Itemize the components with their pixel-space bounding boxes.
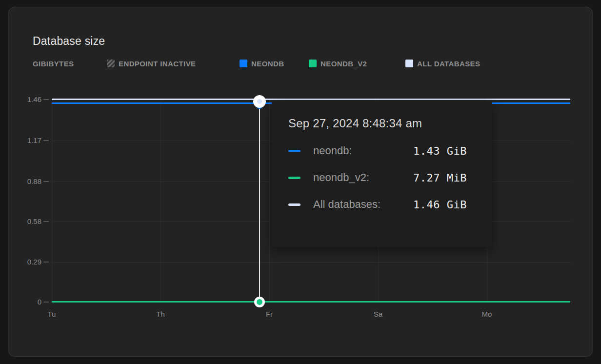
tooltip-row-value: 7.27 MiB [413, 172, 467, 184]
legend-label: NEONDB [251, 60, 284, 68]
y-tick-mark [43, 302, 49, 303]
neondb-v2-dash-icon [288, 177, 300, 179]
crosshair-line [259, 101, 260, 303]
unit-label: GIBIBYTES [33, 59, 74, 68]
series-line-all-databases[interactable] [52, 99, 570, 100]
x-tick-label: Tu [37, 310, 66, 318]
y-tick-mark [43, 181, 49, 182]
tooltip-row-value: 1.43 GiB [413, 145, 467, 157]
tooltip-row-all-databases: All databases: 1.46 GiB [288, 198, 477, 211]
y-tick-mark [43, 221, 49, 222]
tooltip-row-label: neondb_v2: [313, 171, 413, 184]
tooltip-row-neondb-v2: neondb_v2: 7.27 MiB [288, 171, 477, 184]
y-tick-mark [43, 262, 49, 263]
tooltip-row-value: 1.46 GiB [413, 199, 467, 211]
tooltip-row-neondb: neondb: 1.43 GiB [288, 144, 477, 158]
legend-label: NEONDB_V2 [321, 60, 367, 68]
x-tick-label: Sa [363, 310, 393, 318]
all-databases-dash-icon [288, 203, 300, 206]
legend-label: ENDPOINT INACTIVE [119, 60, 196, 68]
neondb-v2-swatch-icon [309, 60, 317, 67]
y-tick-label: 0.29 [8, 257, 41, 267]
tooltip-timestamp: Sep 27, 2024 8:48:34 am [288, 116, 477, 131]
y-tick-label: 0 [8, 297, 41, 307]
gridline [52, 262, 570, 263]
legend-item-all-databases[interactable]: ALL DATABASES [405, 59, 480, 68]
x-tick-label: Mo [472, 310, 501, 318]
legend-item-neondb[interactable]: NEONDB [240, 59, 284, 68]
hover-point-neondb-v2-center [257, 299, 262, 305]
endpoint-inactive-hatched-icon [107, 60, 115, 67]
y-tick-label: 1.46 [8, 95, 41, 104]
chart-tooltip: Sep 27, 2024 8:48:34 am neondb: 1.43 GiB… [272, 101, 492, 247]
x-tick-label: Fr [255, 310, 284, 318]
legend-label: ALL DATABASES [417, 60, 480, 68]
gridline [160, 100, 161, 302]
y-tick-mark [43, 140, 49, 141]
y-tick-mark [43, 99, 49, 100]
y-tick-label: 0.88 [8, 177, 41, 186]
hover-point-all-databases-center [257, 99, 262, 104]
gridline [52, 100, 52, 302]
chart-title: Database size [33, 34, 105, 48]
unit-label-text: GIBIBYTES [33, 60, 74, 68]
y-tick-label: 0.58 [8, 217, 41, 226]
series-line-neondb-v2[interactable] [52, 301, 570, 303]
tooltip-row-label: All databases: [313, 198, 413, 211]
neondb-swatch-icon [240, 60, 247, 67]
tooltip-row-label: neondb: [313, 144, 413, 157]
all-databases-swatch-icon [405, 60, 413, 67]
legend-item-neondb-v2[interactable]: NEONDB_V2 [309, 59, 367, 68]
database-size-card: Database size GIBIBYTES ENDPOINT INACTIV… [8, 7, 593, 357]
legend-item-endpoint-inactive[interactable]: ENDPOINT INACTIVE [107, 59, 196, 68]
gridline [269, 100, 270, 302]
x-tick-label: Th [146, 310, 175, 318]
y-tick-label: 1.17 [8, 136, 41, 145]
neondb-dash-icon [288, 150, 300, 152]
